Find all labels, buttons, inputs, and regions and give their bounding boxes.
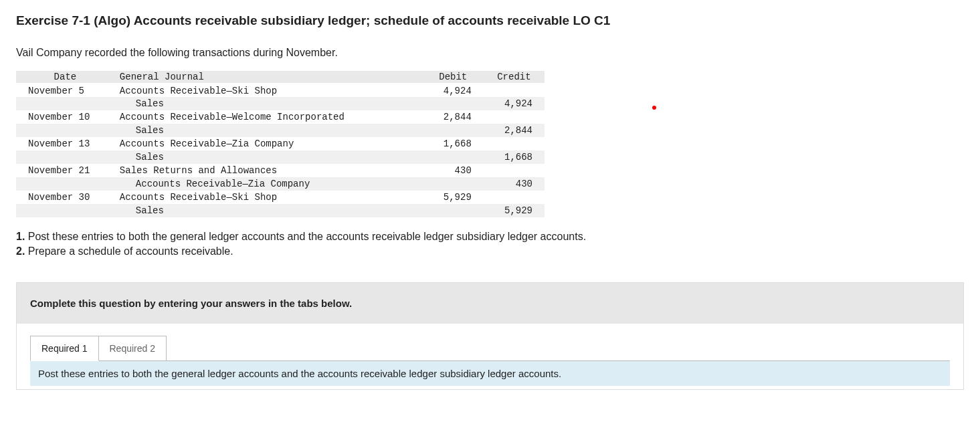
cell-description: Sales xyxy=(114,124,423,137)
table-row: Sales2,844 xyxy=(16,124,545,137)
table-row: November 30Accounts Receivable—Ski Shop5… xyxy=(16,191,545,204)
table-row: Sales5,929 xyxy=(16,204,545,217)
cell-debit: 1,668 xyxy=(423,137,484,150)
table-row: November 13Accounts Receivable—Zia Compa… xyxy=(16,137,545,150)
header-date: Date xyxy=(16,71,114,84)
cell-credit xyxy=(484,84,545,97)
cell-description: Sales xyxy=(114,204,423,217)
cell-date xyxy=(16,97,114,110)
cell-debit: 5,929 xyxy=(423,191,484,204)
general-journal-table: Date General Journal Debit Credit Novemb… xyxy=(16,71,545,217)
cell-date xyxy=(16,204,114,217)
exercise-title: Exercise 7-1 (Algo) Accounts receivable … xyxy=(16,13,964,28)
cell-debit: 2,844 xyxy=(423,110,484,124)
cell-debit xyxy=(423,204,484,217)
cell-credit xyxy=(484,110,545,124)
cell-credit xyxy=(484,137,545,150)
cell-debit: 4,924 xyxy=(423,84,484,97)
cell-description: Accounts Receivable—Welcome Incorporated xyxy=(114,110,423,124)
cell-description: Accounts Receivable—Ski Shop xyxy=(114,84,423,97)
table-row: November 21Sales Returns and Allowances4… xyxy=(16,164,545,177)
cell-debit xyxy=(423,124,484,137)
table-row: November 10Accounts Receivable—Welcome I… xyxy=(16,110,545,124)
cell-date: November 30 xyxy=(16,191,114,204)
table-row: Accounts Receivable—Zia Company430 xyxy=(16,177,545,191)
cell-debit xyxy=(423,150,484,164)
cell-date: November 5 xyxy=(16,84,114,97)
cell-description: Accounts Receivable—Ski Shop xyxy=(114,191,423,204)
tab-required-1[interactable]: Required 1 xyxy=(30,336,99,361)
header-debit: Debit xyxy=(423,71,484,84)
cell-date xyxy=(16,150,114,164)
cell-debit xyxy=(423,177,484,191)
table-row: November 5Accounts Receivable—Ski Shop4,… xyxy=(16,84,545,97)
cell-credit: 2,844 xyxy=(484,124,545,137)
cell-credit: 1,668 xyxy=(484,150,545,164)
red-dot-annotation xyxy=(652,106,656,110)
tab-row: Required 1Required 2 xyxy=(17,324,963,361)
table-row: Sales1,668 xyxy=(16,150,545,164)
cell-credit: 4,924 xyxy=(484,97,545,110)
cell-description: Accounts Receivable—Zia Company xyxy=(114,137,423,150)
header-credit: Credit xyxy=(484,71,545,84)
cell-credit xyxy=(484,164,545,177)
instruction-1: 1. Post these entries to both the genera… xyxy=(16,229,964,244)
answer-area: Complete this question by entering your … xyxy=(16,282,964,390)
cell-credit xyxy=(484,191,545,204)
table-row: Sales4,924 xyxy=(16,97,545,110)
intro-text: Vail Company recorded the following tran… xyxy=(16,47,964,59)
cell-date: November 21 xyxy=(16,164,114,177)
header-desc: General Journal xyxy=(114,71,423,84)
tab-instruction: Post these entries to both the general l… xyxy=(30,360,950,386)
instructions: 1. Post these entries to both the genera… xyxy=(16,229,964,258)
cell-debit xyxy=(423,97,484,110)
cell-date: November 13 xyxy=(16,137,114,150)
instruction-2: 2. Prepare a schedule of accounts receiv… xyxy=(16,244,964,259)
cell-description: Sales xyxy=(114,150,423,164)
cell-description: Sales xyxy=(114,97,423,110)
cell-date xyxy=(16,124,114,137)
cell-description: Sales Returns and Allowances xyxy=(114,164,423,177)
cell-description: Accounts Receivable—Zia Company xyxy=(114,177,423,191)
cell-credit: 430 xyxy=(484,177,545,191)
tab-required-2[interactable]: Required 2 xyxy=(99,336,167,361)
answer-banner: Complete this question by entering your … xyxy=(17,283,963,324)
cell-date: November 10 xyxy=(16,110,114,124)
cell-credit: 5,929 xyxy=(484,204,545,217)
cell-date xyxy=(16,177,114,191)
cell-debit: 430 xyxy=(423,164,484,177)
